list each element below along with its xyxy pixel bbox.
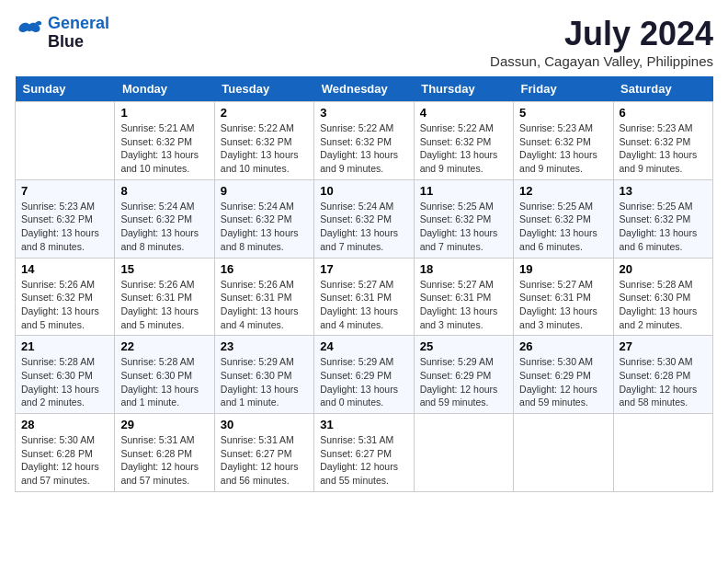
calendar-cell: 1 Sunrise: 5:21 AMSunset: 6:32 PMDayligh…: [115, 102, 214, 180]
cell-info: Sunrise: 5:23 AMSunset: 6:32 PMDaylight:…: [21, 200, 108, 254]
date-number: 11: [420, 184, 507, 198]
date-number: 4: [420, 106, 507, 120]
cell-info: Sunrise: 5:26 AMSunset: 6:32 PMDaylight:…: [21, 278, 108, 332]
calendar-cell: 24 Sunrise: 5:29 AMSunset: 6:29 PMDaylig…: [314, 336, 414, 414]
cell-info: Sunrise: 5:27 AMSunset: 6:31 PMDaylight:…: [420, 278, 507, 332]
calendar-week-5: 28 Sunrise: 5:30 AMSunset: 6:28 PMDaylig…: [16, 414, 713, 492]
date-number: 28: [21, 418, 108, 431]
logo: General Blue: [15, 15, 109, 52]
date-number: 9: [221, 184, 308, 198]
cell-info: Sunrise: 5:24 AMSunset: 6:32 PMDaylight:…: [120, 200, 208, 254]
calendar-cell: 30 Sunrise: 5:31 AMSunset: 6:27 PMDaylig…: [214, 414, 313, 492]
date-number: 8: [120, 184, 208, 198]
day-header-thursday: Thursday: [414, 76, 513, 102]
date-number: 29: [120, 418, 208, 431]
calendar-cell: [514, 414, 613, 492]
calendar-cell: 7 Sunrise: 5:23 AMSunset: 6:32 PMDayligh…: [16, 179, 115, 258]
calendar-table: SundayMondayTuesdayWednesdayThursdayFrid…: [15, 76, 713, 492]
main-title: July 2024: [490, 15, 713, 53]
calendar-week-2: 7 Sunrise: 5:23 AMSunset: 6:32 PMDayligh…: [16, 179, 713, 258]
date-number: 26: [519, 339, 607, 353]
calendar-cell: 8 Sunrise: 5:24 AMSunset: 6:32 PMDayligh…: [115, 179, 214, 258]
calendar-cell: 19 Sunrise: 5:27 AMSunset: 6:31 PMDaylig…: [514, 258, 613, 336]
calendar-cell: 16 Sunrise: 5:26 AMSunset: 6:31 PMDaylig…: [214, 258, 313, 336]
date-number: 1: [120, 106, 208, 120]
cell-info: Sunrise: 5:25 AMSunset: 6:32 PMDaylight:…: [420, 200, 507, 254]
date-number: 18: [420, 262, 507, 276]
calendar-cell: [16, 102, 115, 180]
cell-info: Sunrise: 5:30 AMSunset: 6:28 PMDaylight:…: [620, 355, 707, 409]
calendar-cell: 3 Sunrise: 5:22 AMSunset: 6:32 PMDayligh…: [314, 102, 414, 180]
cell-info: Sunrise: 5:30 AMSunset: 6:29 PMDaylight:…: [519, 355, 607, 409]
cell-info: Sunrise: 5:28 AMSunset: 6:30 PMDaylight:…: [620, 278, 707, 332]
calendar-cell: 27 Sunrise: 5:30 AMSunset: 6:28 PMDaylig…: [613, 336, 712, 414]
cell-info: Sunrise: 5:30 AMSunset: 6:28 PMDaylight:…: [21, 433, 108, 488]
cell-info: Sunrise: 5:29 AMSunset: 6:29 PMDaylight:…: [420, 355, 507, 409]
cell-info: Sunrise: 5:24 AMSunset: 6:32 PMDaylight:…: [221, 200, 308, 254]
date-number: 25: [420, 339, 507, 353]
calendar-cell: 28 Sunrise: 5:30 AMSunset: 6:28 PMDaylig…: [16, 414, 115, 492]
cell-info: Sunrise: 5:22 AMSunset: 6:32 PMDaylight:…: [221, 121, 308, 176]
cell-info: Sunrise: 5:25 AMSunset: 6:32 PMDaylight:…: [519, 200, 607, 254]
date-number: 31: [320, 418, 407, 431]
cell-info: Sunrise: 5:22 AMSunset: 6:32 PMDaylight:…: [420, 121, 507, 176]
title-section: July 2024 Dassun, Cagayan Valley, Philip…: [490, 15, 713, 69]
calendar-cell: 20 Sunrise: 5:28 AMSunset: 6:30 PMDaylig…: [613, 258, 712, 336]
date-number: 30: [221, 418, 308, 431]
calendar-cell: 13 Sunrise: 5:25 AMSunset: 6:32 PMDaylig…: [613, 179, 712, 258]
day-header-tuesday: Tuesday: [214, 76, 313, 102]
cell-info: Sunrise: 5:31 AMSunset: 6:27 PMDaylight:…: [221, 433, 308, 488]
calendar-cell: 18 Sunrise: 5:27 AMSunset: 6:31 PMDaylig…: [414, 258, 513, 336]
date-number: 19: [519, 262, 607, 276]
day-header-friday: Friday: [514, 76, 613, 102]
calendar-cell: [613, 414, 712, 492]
calendar-cell: 11 Sunrise: 5:25 AMSunset: 6:32 PMDaylig…: [414, 179, 513, 258]
calendar-cell: 31 Sunrise: 5:31 AMSunset: 6:27 PMDaylig…: [314, 414, 414, 492]
calendar-cell: 25 Sunrise: 5:29 AMSunset: 6:29 PMDaylig…: [414, 336, 513, 414]
logo-icon: [15, 18, 44, 48]
page-header: General Blue July 2024 Dassun, Cagayan V…: [15, 15, 713, 69]
date-number: 10: [320, 184, 407, 198]
date-number: 23: [221, 339, 308, 353]
date-number: 7: [21, 184, 108, 198]
cell-info: Sunrise: 5:26 AMSunset: 6:31 PMDaylight:…: [120, 278, 208, 332]
date-number: 17: [320, 262, 407, 276]
day-header-sunday: Sunday: [16, 76, 115, 102]
calendar-cell: 17 Sunrise: 5:27 AMSunset: 6:31 PMDaylig…: [314, 258, 414, 336]
cell-info: Sunrise: 5:25 AMSunset: 6:32 PMDaylight:…: [620, 200, 707, 254]
cell-info: Sunrise: 5:31 AMSunset: 6:27 PMDaylight:…: [320, 433, 407, 488]
subtitle: Dassun, Cagayan Valley, Philippines: [490, 53, 713, 69]
cell-info: Sunrise: 5:28 AMSunset: 6:30 PMDaylight:…: [120, 355, 208, 409]
calendar-cell: 12 Sunrise: 5:25 AMSunset: 6:32 PMDaylig…: [514, 179, 613, 258]
calendar-cell: 2 Sunrise: 5:22 AMSunset: 6:32 PMDayligh…: [214, 102, 313, 180]
calendar-cell: 23 Sunrise: 5:29 AMSunset: 6:30 PMDaylig…: [214, 336, 313, 414]
date-number: 3: [320, 106, 407, 120]
cell-info: Sunrise: 5:22 AMSunset: 6:32 PMDaylight:…: [320, 121, 407, 176]
cell-info: Sunrise: 5:24 AMSunset: 6:32 PMDaylight:…: [320, 200, 407, 254]
calendar-cell: 29 Sunrise: 5:31 AMSunset: 6:28 PMDaylig…: [115, 414, 214, 492]
date-number: 6: [620, 106, 707, 120]
calendar-header-row: SundayMondayTuesdayWednesdayThursdayFrid…: [16, 76, 713, 102]
calendar-cell: 5 Sunrise: 5:23 AMSunset: 6:32 PMDayligh…: [514, 102, 613, 180]
calendar-cell: 14 Sunrise: 5:26 AMSunset: 6:32 PMDaylig…: [16, 258, 115, 336]
logo-text: General Blue: [48, 15, 109, 52]
calendar-week-3: 14 Sunrise: 5:26 AMSunset: 6:32 PMDaylig…: [16, 258, 713, 336]
calendar-cell: 21 Sunrise: 5:28 AMSunset: 6:30 PMDaylig…: [16, 336, 115, 414]
calendar-cell: 9 Sunrise: 5:24 AMSunset: 6:32 PMDayligh…: [214, 179, 313, 258]
calendar-cell: 6 Sunrise: 5:23 AMSunset: 6:32 PMDayligh…: [613, 102, 712, 180]
calendar-week-4: 21 Sunrise: 5:28 AMSunset: 6:30 PMDaylig…: [16, 336, 713, 414]
cell-info: Sunrise: 5:31 AMSunset: 6:28 PMDaylight:…: [120, 433, 208, 488]
date-number: 12: [519, 184, 607, 198]
date-number: 20: [620, 262, 707, 276]
date-number: 5: [519, 106, 607, 120]
date-number: 21: [21, 339, 108, 353]
calendar-cell: 10 Sunrise: 5:24 AMSunset: 6:32 PMDaylig…: [314, 179, 414, 258]
cell-info: Sunrise: 5:23 AMSunset: 6:32 PMDaylight:…: [519, 121, 607, 176]
date-number: 13: [620, 184, 707, 198]
cell-info: Sunrise: 5:21 AMSunset: 6:32 PMDaylight:…: [120, 121, 208, 176]
cell-info: Sunrise: 5:28 AMSunset: 6:30 PMDaylight:…: [21, 355, 108, 409]
date-number: 15: [120, 262, 208, 276]
cell-info: Sunrise: 5:23 AMSunset: 6:32 PMDaylight:…: [620, 121, 707, 176]
cell-info: Sunrise: 5:26 AMSunset: 6:31 PMDaylight:…: [221, 278, 308, 332]
cell-info: Sunrise: 5:29 AMSunset: 6:30 PMDaylight:…: [221, 355, 308, 409]
